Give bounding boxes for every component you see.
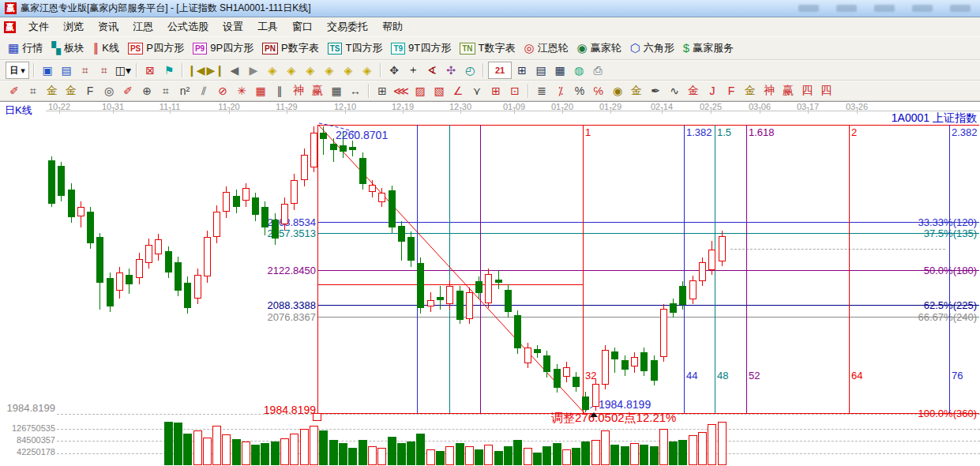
zoom-right-icon[interactable]: ◈ <box>283 62 300 78</box>
toolbar-button-winner-service[interactable]: $赢家服务 <box>683 41 734 55</box>
chart-3-icon[interactable]: ⌗ <box>77 62 94 78</box>
grid-red-icon[interactable]: ⊞ <box>487 83 505 99</box>
zoom-left-icon[interactable]: ◈ <box>264 62 281 78</box>
crosshair-icon[interactable]: ＋ <box>404 62 422 78</box>
grid-small-icon[interactable]: ⌗ <box>157 83 175 99</box>
four-angle-icon[interactable]: 四 <box>798 83 816 99</box>
pencil-icon[interactable]: ✐ <box>6 83 23 99</box>
chart-9-icon[interactable]: ⌗ <box>96 62 113 78</box>
pencil-angle-icon[interactable]: ✐ <box>119 83 137 99</box>
menubar: 赢 文件浏览资讯江恩公式选股设置工具窗口交易委托帮助 <box>0 17 980 36</box>
percent-line-icon[interactable]: ℅ <box>590 83 607 99</box>
toolbar-button-9t-square[interactable]: T99T四方形 <box>391 41 451 55</box>
gold-square-icon[interactable]: 金 <box>43 83 61 99</box>
first-page-icon[interactable]: ❙◀ <box>187 62 205 78</box>
zoom-all-icon[interactable]: ◈ <box>340 62 357 78</box>
menu-item-2[interactable]: 资讯 <box>91 18 126 36</box>
menu-item-7[interactable]: 窗口 <box>285 18 320 36</box>
menu-item-4[interactable]: 公式选股 <box>160 18 216 36</box>
save-icon[interactable]: ▦ <box>551 62 569 78</box>
shen-angle-icon[interactable]: 神 <box>760 83 778 99</box>
page-back-icon[interactable]: ◀ <box>226 62 243 78</box>
chart-area[interactable] <box>0 101 980 466</box>
print-icon[interactable]: ⎙ <box>589 62 606 78</box>
gold-red-icon[interactable]: 金 <box>685 83 702 99</box>
box-tool-icon[interactable]: ⊞ <box>374 83 391 99</box>
box-grid-icon[interactable]: ▦ <box>252 83 269 99</box>
toolbar-button-t-number-table[interactable]: TNT数字表 <box>460 41 515 55</box>
zoom-wide-icon[interactable]: ◈ <box>302 62 319 78</box>
box-fan-icon[interactable]: ▨ <box>411 83 429 99</box>
spiral-icon[interactable]: ◎ <box>100 83 118 99</box>
compass-target-icon[interactable]: ⊘ <box>214 83 231 99</box>
shen-grid-icon[interactable]: 神 <box>290 83 307 99</box>
menu-item-9[interactable]: 帮助 <box>375 18 410 36</box>
quote-list-icon[interactable]: ▤ <box>58 62 75 78</box>
grid-red-2-icon[interactable]: ⊡ <box>506 83 524 99</box>
f-angle-icon[interactable]: F <box>723 83 740 99</box>
win-angle-icon[interactable]: 赢 <box>779 83 797 99</box>
toolbar-button-hexagon[interactable]: ⬡六角形 <box>630 41 674 55</box>
candle-style-icon[interactable]: ◫▾ <box>115 62 132 78</box>
menu-item-6[interactable]: 工具 <box>250 18 285 36</box>
width-measure-icon[interactable]: ↔ <box>347 83 364 99</box>
ruler-grid-icon[interactable]: ▦ <box>328 83 345 99</box>
toolbar-button-gann-wheel[interactable]: ◎江恩轮 <box>524 41 569 55</box>
titlebar-ghost-items <box>798 5 971 12</box>
gold-square-2-icon[interactable]: 金 <box>62 83 80 99</box>
page-forward-icon[interactable]: ▶ <box>245 62 262 78</box>
double-bar-icon[interactable]: ∥ <box>271 83 288 99</box>
toolbar-button-t-square[interactable]: TST四方形 <box>328 41 383 55</box>
f-tool-icon[interactable]: F <box>81 83 99 99</box>
menu-item-8[interactable]: 交易委托 <box>320 18 375 36</box>
menu-item-5[interactable]: 设置 <box>216 18 250 36</box>
box-fan-2-icon[interactable]: ▧ <box>430 83 448 99</box>
menu-item-1[interactable]: 浏览 <box>56 18 91 36</box>
hexagon-label: 六角形 <box>644 41 674 55</box>
titlebar-ghost-item <box>874 5 895 12</box>
menu-item-0[interactable]: 文件 <box>21 18 56 36</box>
mirror-angle-icon[interactable]: ⫽ <box>195 83 212 99</box>
steps-icon[interactable]: ≣ <box>533 83 550 99</box>
n-square-icon[interactable]: n² <box>176 83 193 99</box>
gann-shape-icon[interactable]: ◴ <box>461 62 479 78</box>
star-grid-icon[interactable]: ✳ <box>233 83 250 99</box>
color-flag-icon[interactable]: ⚑ <box>160 62 178 78</box>
psych-tool-icon[interactable]: ✣ <box>442 62 460 78</box>
percent-icon[interactable]: % <box>571 83 588 99</box>
win-grid-icon[interactable]: 赢 <box>309 83 326 99</box>
ink-angle-icon[interactable]: ✒ <box>647 83 664 99</box>
zoom-fit-icon[interactable]: ◈ <box>359 62 376 78</box>
pattern-tool-icon[interactable]: ⊠ <box>141 62 159 78</box>
percent-strike-icon[interactable]: ⁒ <box>552 83 569 99</box>
notes-icon[interactable]: ▤ <box>532 62 550 78</box>
gann-grid-icon[interactable]: ⌗ <box>24 83 42 99</box>
circle-gauge-icon[interactable]: ⊕ <box>138 83 156 99</box>
zoom-narrow-icon[interactable]: ◈ <box>321 62 338 78</box>
network-icon[interactable]: ◍ <box>570 62 588 78</box>
angle-measure-icon[interactable]: ∢ <box>423 62 441 78</box>
toolbar-button-p-number-table[interactable]: PNP数字表 <box>262 41 319 55</box>
toolbar-button-9p-square[interactable]: P99P四方形 <box>193 41 253 55</box>
wave-icon[interactable]: ∿ <box>666 83 683 99</box>
last-page-icon[interactable]: ▶❙ <box>207 62 225 78</box>
gold-angle-icon[interactable]: 金 <box>742 83 759 99</box>
menu-item-3[interactable]: 江恩 <box>126 18 160 36</box>
period-select-icon[interactable]: 日 ▾ <box>6 62 29 79</box>
check-lines-icon[interactable]: ⋎ <box>468 83 486 99</box>
j-angle-icon[interactable]: J <box>704 83 721 99</box>
toolbar-button-kline[interactable]: ∥K线 <box>93 41 119 55</box>
toolbar-button-sectors[interactable]: ▚板块 <box>51 41 84 55</box>
toolbar-button-quotes[interactable]: ▦行情 <box>8 41 43 55</box>
calculator-icon[interactable]: ⊞ <box>513 62 531 78</box>
calendar-icon[interactable]: 21 <box>488 62 512 79</box>
fan-lines-icon[interactable]: ∠ <box>449 83 467 99</box>
gold-circle-icon[interactable]: ◉ <box>609 83 626 99</box>
window-view-icon[interactable]: ▣ <box>39 62 56 78</box>
gold-lines-icon[interactable]: 金 <box>628 83 645 99</box>
toolbar-button-p-square[interactable]: PSP四方形 <box>128 41 184 55</box>
toolbar-button-winner-wheel[interactable]: ◉赢家轮 <box>577 41 621 55</box>
drag-hand-icon[interactable]: ✥ <box>385 62 403 78</box>
four-lines-icon[interactable]: 四 <box>817 83 835 99</box>
red-fan-icon[interactable]: ⋘ <box>392 83 410 99</box>
